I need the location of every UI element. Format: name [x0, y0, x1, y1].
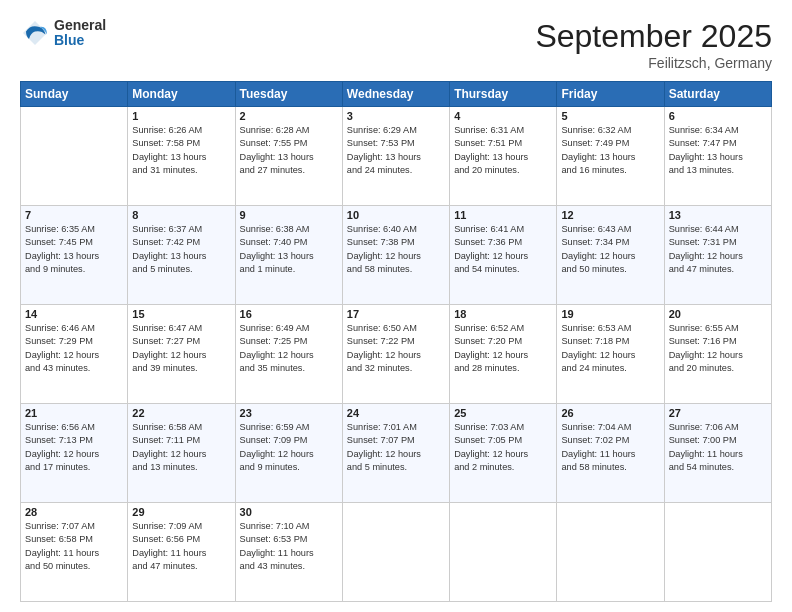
day-info: Sunrise: 6:38 AMSunset: 7:40 PMDaylight:… — [240, 223, 338, 276]
day-cell: 6Sunrise: 6:34 AMSunset: 7:47 PMDaylight… — [664, 107, 771, 206]
day-number: 2 — [240, 110, 338, 122]
day-info: Sunrise: 7:10 AMSunset: 6:53 PMDaylight:… — [240, 520, 338, 573]
day-number: 3 — [347, 110, 445, 122]
day-number: 30 — [240, 506, 338, 518]
day-info: Sunrise: 6:50 AMSunset: 7:22 PMDaylight:… — [347, 322, 445, 375]
day-number: 13 — [669, 209, 767, 221]
day-cell: 7Sunrise: 6:35 AMSunset: 7:45 PMDaylight… — [21, 206, 128, 305]
day-info: Sunrise: 6:34 AMSunset: 7:47 PMDaylight:… — [669, 124, 767, 177]
week-row-3: 14Sunrise: 6:46 AMSunset: 7:29 PMDayligh… — [21, 305, 772, 404]
day-number: 25 — [454, 407, 552, 419]
day-number: 9 — [240, 209, 338, 221]
day-cell: 11Sunrise: 6:41 AMSunset: 7:36 PMDayligh… — [450, 206, 557, 305]
day-cell: 22Sunrise: 6:58 AMSunset: 7:11 PMDayligh… — [128, 404, 235, 503]
header-saturday: Saturday — [664, 82, 771, 107]
day-cell: 23Sunrise: 6:59 AMSunset: 7:09 PMDayligh… — [235, 404, 342, 503]
day-number: 11 — [454, 209, 552, 221]
header-tuesday: Tuesday — [235, 82, 342, 107]
day-cell — [450, 503, 557, 602]
day-cell: 9Sunrise: 6:38 AMSunset: 7:40 PMDaylight… — [235, 206, 342, 305]
day-cell: 17Sunrise: 6:50 AMSunset: 7:22 PMDayligh… — [342, 305, 449, 404]
day-info: Sunrise: 6:35 AMSunset: 7:45 PMDaylight:… — [25, 223, 123, 276]
day-cell: 28Sunrise: 7:07 AMSunset: 6:58 PMDayligh… — [21, 503, 128, 602]
logo-general: General — [54, 18, 106, 33]
day-cell: 2Sunrise: 6:28 AMSunset: 7:55 PMDaylight… — [235, 107, 342, 206]
day-info: Sunrise: 6:49 AMSunset: 7:25 PMDaylight:… — [240, 322, 338, 375]
day-info: Sunrise: 6:41 AMSunset: 7:36 PMDaylight:… — [454, 223, 552, 276]
header-monday: Monday — [128, 82, 235, 107]
title-block: September 2025 Feilitzsch, Germany — [535, 18, 772, 71]
day-info: Sunrise: 7:03 AMSunset: 7:05 PMDaylight:… — [454, 421, 552, 474]
day-cell — [342, 503, 449, 602]
day-cell — [21, 107, 128, 206]
day-info: Sunrise: 6:28 AMSunset: 7:55 PMDaylight:… — [240, 124, 338, 177]
day-cell: 4Sunrise: 6:31 AMSunset: 7:51 PMDaylight… — [450, 107, 557, 206]
day-cell: 13Sunrise: 6:44 AMSunset: 7:31 PMDayligh… — [664, 206, 771, 305]
day-info: Sunrise: 7:07 AMSunset: 6:58 PMDaylight:… — [25, 520, 123, 573]
day-info: Sunrise: 6:37 AMSunset: 7:42 PMDaylight:… — [132, 223, 230, 276]
day-number: 4 — [454, 110, 552, 122]
day-cell — [557, 503, 664, 602]
day-cell: 5Sunrise: 6:32 AMSunset: 7:49 PMDaylight… — [557, 107, 664, 206]
header-thursday: Thursday — [450, 82, 557, 107]
day-info: Sunrise: 6:47 AMSunset: 7:27 PMDaylight:… — [132, 322, 230, 375]
logo: General Blue — [20, 18, 106, 49]
day-cell — [664, 503, 771, 602]
week-row-1: 1Sunrise: 6:26 AMSunset: 7:58 PMDaylight… — [21, 107, 772, 206]
day-cell: 21Sunrise: 6:56 AMSunset: 7:13 PMDayligh… — [21, 404, 128, 503]
day-info: Sunrise: 6:56 AMSunset: 7:13 PMDaylight:… — [25, 421, 123, 474]
week-row-4: 21Sunrise: 6:56 AMSunset: 7:13 PMDayligh… — [21, 404, 772, 503]
logo-blue: Blue — [54, 33, 106, 48]
day-info: Sunrise: 6:44 AMSunset: 7:31 PMDaylight:… — [669, 223, 767, 276]
day-number: 18 — [454, 308, 552, 320]
day-cell: 1Sunrise: 6:26 AMSunset: 7:58 PMDaylight… — [128, 107, 235, 206]
header-wednesday: Wednesday — [342, 82, 449, 107]
day-info: Sunrise: 6:46 AMSunset: 7:29 PMDaylight:… — [25, 322, 123, 375]
day-number: 12 — [561, 209, 659, 221]
logo-text: General Blue — [54, 18, 106, 49]
day-cell: 12Sunrise: 6:43 AMSunset: 7:34 PMDayligh… — [557, 206, 664, 305]
day-cell: 19Sunrise: 6:53 AMSunset: 7:18 PMDayligh… — [557, 305, 664, 404]
day-number: 27 — [669, 407, 767, 419]
day-number: 22 — [132, 407, 230, 419]
day-info: Sunrise: 7:04 AMSunset: 7:02 PMDaylight:… — [561, 421, 659, 474]
day-number: 1 — [132, 110, 230, 122]
day-cell: 3Sunrise: 6:29 AMSunset: 7:53 PMDaylight… — [342, 107, 449, 206]
weekday-header-row: Sunday Monday Tuesday Wednesday Thursday… — [21, 82, 772, 107]
day-number: 24 — [347, 407, 445, 419]
day-info: Sunrise: 6:53 AMSunset: 7:18 PMDaylight:… — [561, 322, 659, 375]
day-cell: 24Sunrise: 7:01 AMSunset: 7:07 PMDayligh… — [342, 404, 449, 503]
day-cell: 15Sunrise: 6:47 AMSunset: 7:27 PMDayligh… — [128, 305, 235, 404]
header-sunday: Sunday — [21, 82, 128, 107]
day-info: Sunrise: 6:26 AMSunset: 7:58 PMDaylight:… — [132, 124, 230, 177]
day-number: 7 — [25, 209, 123, 221]
day-number: 16 — [240, 308, 338, 320]
day-cell: 18Sunrise: 6:52 AMSunset: 7:20 PMDayligh… — [450, 305, 557, 404]
day-cell: 14Sunrise: 6:46 AMSunset: 7:29 PMDayligh… — [21, 305, 128, 404]
day-cell: 10Sunrise: 6:40 AMSunset: 7:38 PMDayligh… — [342, 206, 449, 305]
day-number: 6 — [669, 110, 767, 122]
day-cell: 27Sunrise: 7:06 AMSunset: 7:00 PMDayligh… — [664, 404, 771, 503]
day-cell: 25Sunrise: 7:03 AMSunset: 7:05 PMDayligh… — [450, 404, 557, 503]
day-info: Sunrise: 6:43 AMSunset: 7:34 PMDaylight:… — [561, 223, 659, 276]
location-subtitle: Feilitzsch, Germany — [535, 55, 772, 71]
day-cell: 20Sunrise: 6:55 AMSunset: 7:16 PMDayligh… — [664, 305, 771, 404]
day-number: 28 — [25, 506, 123, 518]
day-info: Sunrise: 7:09 AMSunset: 6:56 PMDaylight:… — [132, 520, 230, 573]
day-number: 26 — [561, 407, 659, 419]
day-number: 17 — [347, 308, 445, 320]
day-number: 5 — [561, 110, 659, 122]
day-info: Sunrise: 6:31 AMSunset: 7:51 PMDaylight:… — [454, 124, 552, 177]
month-title: September 2025 — [535, 18, 772, 55]
day-cell: 26Sunrise: 7:04 AMSunset: 7:02 PMDayligh… — [557, 404, 664, 503]
day-number: 10 — [347, 209, 445, 221]
page-header: General Blue September 2025 Feilitzsch, … — [20, 18, 772, 71]
day-info: Sunrise: 6:58 AMSunset: 7:11 PMDaylight:… — [132, 421, 230, 474]
day-info: Sunrise: 7:01 AMSunset: 7:07 PMDaylight:… — [347, 421, 445, 474]
day-info: Sunrise: 6:29 AMSunset: 7:53 PMDaylight:… — [347, 124, 445, 177]
day-info: Sunrise: 6:52 AMSunset: 7:20 PMDaylight:… — [454, 322, 552, 375]
week-row-5: 28Sunrise: 7:07 AMSunset: 6:58 PMDayligh… — [21, 503, 772, 602]
day-cell: 8Sunrise: 6:37 AMSunset: 7:42 PMDaylight… — [128, 206, 235, 305]
day-number: 23 — [240, 407, 338, 419]
day-info: Sunrise: 6:55 AMSunset: 7:16 PMDaylight:… — [669, 322, 767, 375]
